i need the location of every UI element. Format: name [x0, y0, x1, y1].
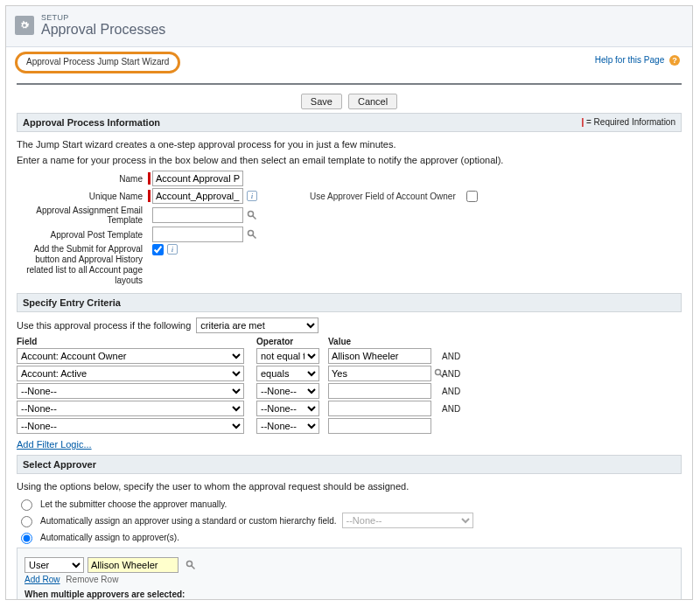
field-select-2[interactable]: Account: Active — [17, 366, 244, 381]
label-post-template: Approval Post Template — [17, 230, 148, 240]
row-unique-name: Unique Name i Use Approver Field of Acco… — [17, 188, 682, 204]
add-filter-logic-link[interactable]: Add Filter Logic... — [17, 439, 92, 450]
unique-name-input[interactable] — [152, 188, 243, 204]
remove-row-text: Remove Row — [66, 575, 118, 584]
label-add-submit: Add the Submit for Approval button and A… — [17, 244, 148, 286]
section-criteria: Specify Entry Criteria — [17, 293, 682, 312]
criteria-lead-text: Use this approval process if the followi… — [17, 320, 191, 331]
section-approval-info: Approval Process Information | = Require… — [17, 113, 682, 132]
field-select-1[interactable]: Account: Account Owner — [17, 348, 244, 364]
subtitle-row: Approval Process Jump Start Wizard Help … — [17, 48, 682, 83]
approver-user-input[interactable] — [88, 557, 178, 573]
info-body: The Jump Start wizard creates a one-step… — [17, 132, 682, 293]
and-3: AND — [442, 387, 468, 396]
row-name: Name — [17, 171, 682, 186]
row-email-template: Approval Assignment Email Template — [17, 206, 682, 225]
lookup-icon[interactable] — [246, 209, 258, 221]
value-input-2[interactable] — [328, 366, 431, 381]
radio-manual-input[interactable] — [21, 499, 32, 511]
and-2: AND — [442, 369, 468, 379]
row-post-template: Approval Post Template — [17, 227, 682, 242]
intro-line-1: The Jump Start wizard creates a one-step… — [17, 139, 682, 150]
and-4: AND — [442, 404, 468, 414]
wizard-title-pill: Approval Process Jump Start Wizard — [15, 52, 180, 73]
setup-header: SETUP Approval Processes — [6, 6, 692, 47]
page-title: Approval Processes — [41, 22, 165, 38]
value-input-3[interactable] — [328, 383, 431, 399]
post-template-input[interactable] — [152, 227, 243, 242]
help-for-page-link[interactable]: Help for this Page ? — [595, 55, 680, 66]
hierarchy-field-select[interactable]: --None-- — [342, 513, 473, 528]
radio-hierarchy-input[interactable] — [21, 516, 32, 527]
svg-point-4 — [436, 370, 441, 375]
svg-line-3 — [253, 235, 256, 239]
help-icon: ? — [669, 55, 680, 66]
svg-point-2 — [248, 231, 254, 236]
row-add-submit: Add the Submit for Approval button and A… — [17, 244, 682, 286]
add-submit-checkbox[interactable] — [152, 244, 164, 255]
name-input[interactable] — [152, 171, 243, 186]
svg-line-1 — [253, 216, 256, 220]
label-name: Name — [17, 174, 148, 184]
radio-manual-label: Let the submitter choose the approver ma… — [40, 499, 227, 509]
lookup-icon[interactable] — [246, 228, 258, 241]
lookup-icon[interactable] — [185, 559, 197, 571]
operator-select-1[interactable]: not equal to — [256, 348, 319, 364]
value-input-1[interactable] — [328, 348, 431, 364]
operator-select-4[interactable]: --None-- — [256, 401, 319, 416]
field-select-3[interactable]: --None-- — [17, 383, 244, 399]
multi-approvers-label: When multiple approvers are selected: — [24, 590, 674, 599]
required-icon — [148, 172, 150, 185]
section-approver-title: Select Approver — [23, 459, 96, 470]
email-template-input[interactable] — [152, 207, 243, 223]
label-use-approver-field: Use Approver Field of Account Owner — [257, 192, 456, 201]
radio-auto-label: Automatically assign to approver(s). — [40, 533, 179, 542]
value-input-4[interactable] — [328, 401, 431, 416]
section-approver: Select Approver — [17, 455, 682, 474]
radio-hierarchy-label: Automatically assign an approver using a… — [40, 516, 337, 526]
svg-line-7 — [192, 566, 195, 569]
operator-select-3[interactable]: --None-- — [256, 383, 319, 399]
app-frame: SETUP Approval Processes Approval Proces… — [5, 5, 693, 600]
required-info-text: = Required Information — [586, 117, 676, 127]
col-value: Value — [328, 337, 438, 346]
use-approver-field-checkbox[interactable] — [466, 191, 478, 202]
field-select-5[interactable]: --None-- — [17, 418, 244, 434]
required-icon — [148, 190, 150, 202]
cancel-button[interactable]: Cancel — [348, 94, 397, 109]
header-text: SETUP Approval Processes — [41, 13, 165, 38]
approver-type-select[interactable]: User — [24, 557, 84, 573]
top-button-row: Save Cancel — [17, 90, 682, 113]
section-criteria-title: Specify Entry Criteria — [23, 297, 121, 308]
criteria-table: Field Operator Value Account: Account Ow… — [17, 337, 682, 434]
svg-point-0 — [248, 212, 254, 217]
radio-auto[interactable]: Automatically assign to approver(s). — [17, 530, 682, 544]
svg-point-6 — [187, 562, 192, 567]
col-operator: Operator — [256, 337, 325, 346]
add-row-link[interactable]: Add Row — [24, 575, 60, 584]
value-input-5[interactable] — [328, 418, 431, 434]
info-icon[interactable]: i — [247, 191, 257, 201]
operator-select-5[interactable]: --None-- — [256, 418, 319, 434]
and-1: AND — [442, 352, 468, 361]
field-select-4[interactable]: --None-- — [17, 401, 244, 416]
label-email-template: Approval Assignment Email Template — [17, 206, 148, 225]
help-for-page-text: Help for this Page — [595, 55, 665, 65]
radio-hierarchy[interactable]: Automatically assign an approver using a… — [17, 513, 682, 528]
content-scroll[interactable]: Approval Process Jump Start Wizard Help … — [6, 48, 692, 599]
criteria-mode-select[interactable]: criteria are met — [196, 317, 318, 333]
radio-manual[interactable]: Let the submitter choose the approver ma… — [17, 497, 682, 511]
header-eyebrow: SETUP — [41, 13, 165, 22]
gear-icon — [15, 16, 34, 35]
approver-body: Using the options below, specify the use… — [17, 474, 682, 599]
operator-select-2[interactable]: equals — [256, 366, 319, 381]
radio-auto-input[interactable] — [21, 533, 32, 544]
col-field: Field — [17, 337, 253, 346]
criteria-body: Use this approval process if the followi… — [17, 312, 682, 455]
approver-assignment-box: User Add Row Remove Row When multiple ap… — [17, 548, 682, 599]
info-icon[interactable]: i — [167, 244, 178, 255]
save-button[interactable]: Save — [301, 94, 342, 109]
divider — [17, 83, 682, 85]
label-unique-name: Unique Name — [17, 192, 148, 201]
approver-intro: Using the options below, specify the use… — [17, 481, 682, 492]
